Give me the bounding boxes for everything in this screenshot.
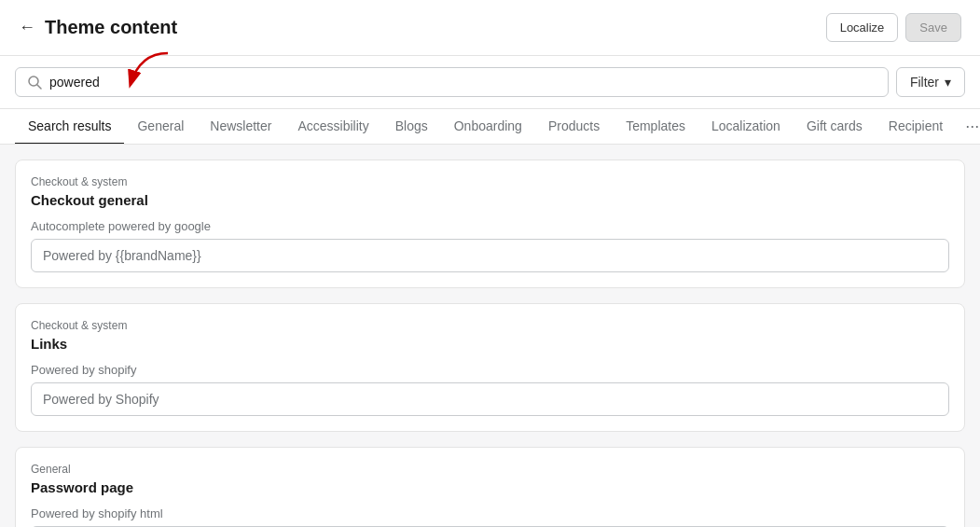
field-input-2-0[interactable] [31, 382, 949, 416]
filter-button[interactable]: Filter ▾ [896, 67, 965, 97]
search-input[interactable] [49, 75, 876, 90]
tab-newsletter[interactable]: Newsletter [197, 109, 284, 145]
result-section-password-page: General Password page Powered by shopify… [15, 447, 965, 527]
tab-templates[interactable]: Templates [613, 109, 698, 145]
header-left: ← Theme content [19, 17, 177, 38]
section-title-3: Password page [31, 479, 949, 495]
tabs-more-button[interactable]: ··· [956, 109, 980, 144]
section-category-1: Checkout & system [31, 175, 949, 188]
header: ← Theme content Localize Save [0, 0, 980, 56]
page-title: Theme content [45, 17, 177, 38]
back-button[interactable]: ← [19, 18, 35, 37]
search-bar-container: Filter ▾ [0, 56, 980, 109]
filter-chevron-icon: ▾ [945, 75, 951, 90]
tab-search-results[interactable]: Search results [15, 109, 124, 145]
filter-label: Filter [910, 75, 939, 90]
field-label-2-0: Powered by shopify [31, 363, 949, 377]
tab-localization[interactable]: Localization [698, 109, 794, 145]
section-title-2: Links [31, 336, 949, 352]
back-icon: ← [19, 18, 35, 37]
app-container: ← Theme content Localize Save [0, 0, 980, 527]
tab-products[interactable]: Products [535, 109, 613, 145]
section-category-2: Checkout & system [31, 319, 949, 332]
localize-button[interactable]: Localize [826, 13, 899, 42]
main-content: Checkout & system Checkout general Autoc… [0, 145, 980, 527]
field-label-1-0: Autocomplete powered by google [31, 219, 949, 233]
tab-blogs[interactable]: Blogs [382, 109, 441, 145]
field-label-3-0: Powered by shopify html [31, 506, 949, 520]
svg-line-2 [37, 85, 41, 89]
tabs-container: Search results General Newsletter Access… [0, 109, 980, 145]
result-section-checkout-general: Checkout & system Checkout general Autoc… [15, 159, 965, 288]
tab-gift-cards[interactable]: Gift cards [794, 109, 876, 145]
tab-recipient[interactable]: Recipient [876, 109, 956, 145]
more-icon: ··· [965, 117, 979, 136]
tab-onboarding[interactable]: Onboarding [441, 109, 535, 145]
search-icon [27, 75, 42, 90]
tab-accessibility[interactable]: Accessibility [284, 109, 381, 145]
field-input-1-0[interactable] [31, 239, 949, 272]
save-button[interactable]: Save [905, 13, 961, 42]
tab-general[interactable]: General [124, 109, 197, 145]
section-category-3: General [31, 463, 949, 476]
section-title-1: Checkout general [31, 192, 949, 208]
header-actions: Localize Save [826, 13, 961, 42]
result-section-links: Checkout & system Links Powered by shopi… [15, 303, 965, 432]
search-input-wrapper [15, 67, 889, 97]
